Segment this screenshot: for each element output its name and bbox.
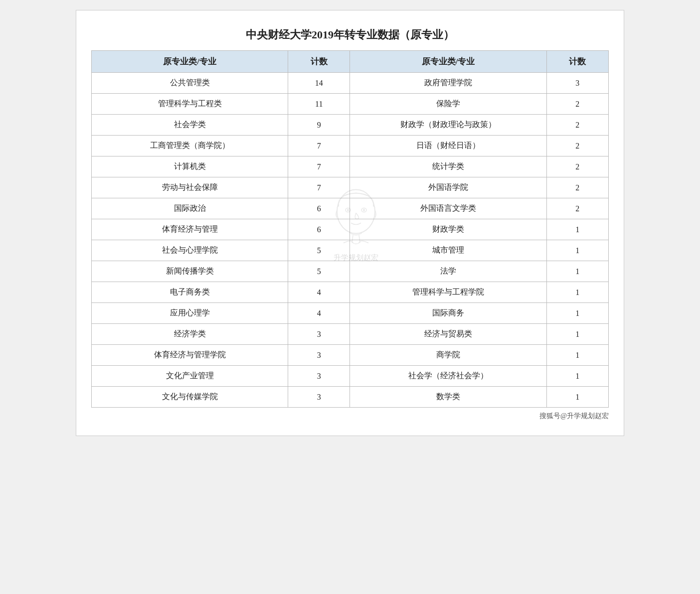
header-col3: 原专业类/专业 — [350, 51, 546, 73]
right-name-cell: 财政学类 — [350, 219, 546, 240]
right-name-cell: 财政学（财政理论与政策） — [350, 115, 546, 136]
footer-text: 搜狐号@升学规划赵宏 — [539, 412, 609, 421]
right-name-cell: 外国语言文学类 — [350, 198, 546, 219]
right-name-cell: 管理科学与工程学院 — [350, 282, 546, 303]
right-count-cell: 1 — [546, 387, 608, 408]
left-count-cell: 7 — [288, 177, 350, 198]
left-count-cell: 14 — [288, 73, 350, 94]
table-row: 社会学类9财政学（财政理论与政策）2 — [92, 115, 609, 136]
data-table: 原专业类/专业 计数 原专业类/专业 计数 公共管理类14政府管理学院3管理科学… — [91, 50, 609, 408]
table-row: 应用心理学4国际商务1 — [92, 303, 609, 324]
table-row: 体育经济与管理学院3商学院1 — [92, 345, 609, 366]
right-count-cell: 1 — [546, 303, 608, 324]
left-count-cell: 5 — [288, 261, 350, 282]
left-name-cell: 社会与心理学院 — [92, 240, 288, 261]
left-count-cell: 4 — [288, 282, 350, 303]
page-title: 中央财经大学2019年转专业数据（原专业） — [91, 20, 609, 50]
table-header-row: 原专业类/专业 计数 原专业类/专业 计数 — [92, 51, 609, 73]
right-name-cell: 日语（财经日语） — [350, 136, 546, 156]
left-name-cell: 体育经济与管理学院 — [92, 345, 288, 366]
right-name-cell: 经济与贸易类 — [350, 324, 546, 345]
right-count-cell: 2 — [546, 94, 608, 115]
right-count-cell: 1 — [546, 240, 608, 261]
right-name-cell: 保险学 — [350, 94, 546, 115]
right-name-cell: 统计学类 — [350, 156, 546, 177]
header-col4: 计数 — [546, 51, 608, 73]
table-row: 计算机类7统计学类2 — [92, 156, 609, 177]
footer-bar: 搜狐号@升学规划赵宏 — [91, 412, 609, 421]
right-count-cell: 1 — [546, 261, 608, 282]
header-col1: 原专业类/专业 — [92, 51, 288, 73]
left-count-cell: 4 — [288, 303, 350, 324]
table-row: 经济学类3经济与贸易类1 — [92, 324, 609, 345]
table-row: 电子商务类4管理科学与工程学院1 — [92, 282, 609, 303]
right-name-cell: 外国语学院 — [350, 177, 546, 198]
left-count-cell: 7 — [288, 156, 350, 177]
left-name-cell: 应用心理学 — [92, 303, 288, 324]
left-count-cell: 3 — [288, 366, 350, 387]
right-name-cell: 法学 — [350, 261, 546, 282]
table-row: 管理科学与工程类11保险学2 — [92, 94, 609, 115]
left-count-cell: 6 — [288, 219, 350, 240]
table-row: 国际政治6外国语言文学类2 — [92, 198, 609, 219]
left-count-cell: 9 — [288, 115, 350, 136]
right-count-cell: 2 — [546, 156, 608, 177]
right-count-cell: 2 — [546, 198, 608, 219]
left-count-cell: 6 — [288, 198, 350, 219]
table-row: 社会与心理学院5城市管理1 — [92, 240, 609, 261]
right-count-cell: 2 — [546, 177, 608, 198]
right-count-cell: 1 — [546, 219, 608, 240]
left-name-cell: 公共管理类 — [92, 73, 288, 94]
left-name-cell: 经济学类 — [92, 324, 288, 345]
left-count-cell: 3 — [288, 324, 350, 345]
right-count-cell: 2 — [546, 136, 608, 156]
left-name-cell: 社会学类 — [92, 115, 288, 136]
right-count-cell: 1 — [546, 345, 608, 366]
left-count-cell: 5 — [288, 240, 350, 261]
table-row: 工商管理类（商学院）7日语（财经日语）2 — [92, 136, 609, 156]
table-row: 公共管理类14政府管理学院3 — [92, 73, 609, 94]
table-row: 体育经济与管理6财政学类1 — [92, 219, 609, 240]
left-name-cell: 劳动与社会保障 — [92, 177, 288, 198]
left-name-cell: 新闻传播学类 — [92, 261, 288, 282]
left-count-cell: 7 — [288, 136, 350, 156]
header-col2: 计数 — [288, 51, 350, 73]
table-row: 新闻传播学类5法学1 — [92, 261, 609, 282]
table-row: 文化与传媒学院3数学类1 — [92, 387, 609, 408]
left-name-cell: 文化产业管理 — [92, 366, 288, 387]
left-count-cell: 3 — [288, 345, 350, 366]
left-count-cell: 3 — [288, 387, 350, 408]
right-count-cell: 1 — [546, 324, 608, 345]
left-name-cell: 文化与传媒学院 — [92, 387, 288, 408]
right-count-cell: 1 — [546, 366, 608, 387]
left-name-cell: 计算机类 — [92, 156, 288, 177]
left-name-cell: 国际政治 — [92, 198, 288, 219]
right-name-cell: 城市管理 — [350, 240, 546, 261]
right-name-cell: 国际商务 — [350, 303, 546, 324]
left-name-cell: 电子商务类 — [92, 282, 288, 303]
right-name-cell: 商学院 — [350, 345, 546, 366]
right-name-cell: 数学类 — [350, 387, 546, 408]
left-name-cell: 管理科学与工程类 — [92, 94, 288, 115]
main-container: 中央财经大学2019年转专业数据（原专业） — [76, 10, 624, 436]
right-count-cell: 3 — [546, 73, 608, 94]
right-name-cell: 政府管理学院 — [350, 73, 546, 94]
left-name-cell: 体育经济与管理 — [92, 219, 288, 240]
table-row: 劳动与社会保障7外国语学院2 — [92, 177, 609, 198]
left-name-cell: 工商管理类（商学院） — [92, 136, 288, 156]
left-count-cell: 11 — [288, 94, 350, 115]
right-count-cell: 1 — [546, 282, 608, 303]
right-count-cell: 2 — [546, 115, 608, 136]
right-name-cell: 社会学（经济社会学） — [350, 366, 546, 387]
table-row: 文化产业管理3社会学（经济社会学）1 — [92, 366, 609, 387]
